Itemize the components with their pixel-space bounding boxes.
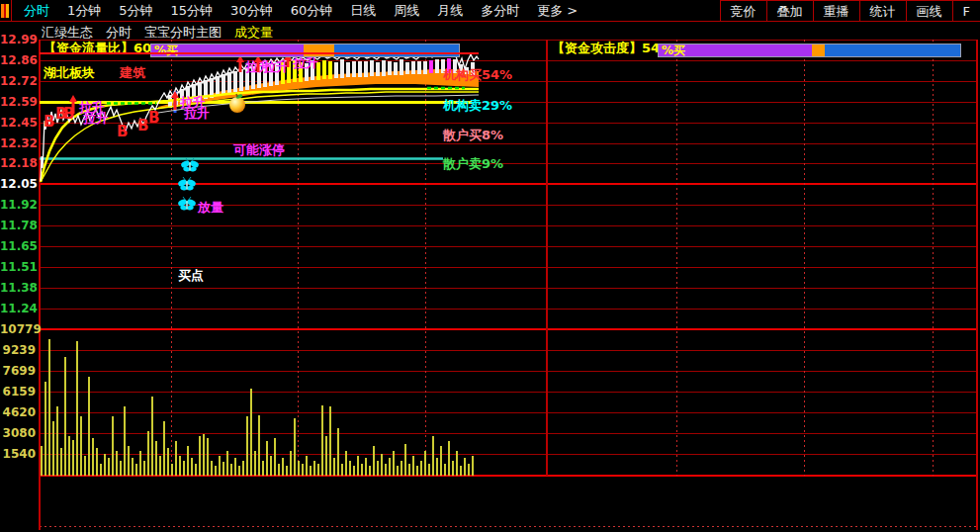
axis-label: 3080 (0, 426, 36, 440)
axis-label: 12.72 (0, 74, 36, 88)
axis-label: 1540 (0, 447, 36, 461)
gauge-segment (825, 44, 960, 56)
fund-attack-gauge: %买 (658, 44, 961, 57)
tab-8[interactable]: 月线 (437, 2, 463, 20)
axis-label: 12.59 (0, 95, 36, 109)
tab-7[interactable]: 周线 (394, 2, 419, 20)
app-icon (1, 4, 9, 18)
action-3[interactable]: 统计 (859, 1, 906, 22)
axis-label: 12.99 (0, 33, 36, 46)
action-5[interactable]: F (952, 1, 980, 22)
tab-6[interactable]: 日线 (350, 2, 376, 20)
limit-price-line (40, 52, 479, 54)
tab-1[interactable]: 1分钟 (67, 2, 101, 20)
axis-label: 12.32 (0, 136, 36, 150)
axis-label: 4620 (0, 405, 36, 419)
gauge-segment (334, 44, 459, 56)
fund-attack-title: 【资金攻击度】 (552, 41, 642, 55)
tab-5[interactable]: 60分钟 (291, 2, 333, 20)
axis-label: 9239 (0, 343, 36, 357)
period-toolbar: 分时1分钟5分钟15分钟30分钟60分钟日线周线月线多分时更多 > 竞价叠加重播… (0, 0, 980, 22)
action-2[interactable]: 重播 (813, 1, 859, 22)
axis-label: 11.24 (0, 302, 36, 315)
action-1[interactable]: 叠加 (766, 1, 813, 22)
tab-9[interactable]: 多分时 (481, 2, 519, 20)
gauge-segment (812, 44, 825, 56)
axis-label: 6159 (0, 385, 36, 399)
axis-label: 11.92 (0, 198, 36, 212)
tab-3[interactable]: 15分钟 (171, 2, 214, 20)
fund-attack-suffix: %买 (662, 43, 685, 59)
axis-label: 12.86 (0, 53, 36, 67)
action-4[interactable]: 画线 (906, 1, 952, 22)
tab-10[interactable]: 更多 > (537, 2, 578, 20)
chart-area[interactable] (40, 40, 977, 526)
app-window: 分时1分钟5分钟15分钟30分钟60分钟日线周线月线多分时更多 > 竞价叠加重播… (0, 0, 980, 532)
axis-label: 7699 (0, 364, 36, 378)
axis-label: 11.78 (0, 219, 36, 232)
axis-label: 11.38 (0, 281, 36, 295)
tab-0[interactable]: 分时 (24, 2, 49, 20)
period-tabs: 分时1分钟5分钟15分钟30分钟60分钟日线周线月线多分时更多 > (15, 2, 586, 20)
axis-label: 11.65 (0, 239, 36, 253)
axis-label: 12.05 (0, 177, 36, 191)
fund-flow-suffix: %买 (154, 43, 178, 59)
axis-label: 11.51 (0, 260, 36, 274)
gauge-segment (304, 44, 334, 56)
tab-4[interactable]: 30分钟 (230, 2, 273, 20)
axis-label: 12.45 (0, 116, 36, 130)
toolbar-divider (11, 0, 12, 22)
tab-2[interactable]: 5分钟 (119, 2, 152, 20)
action-0[interactable]: 竞价 (720, 1, 766, 22)
fund-flow-gauge: %买 (150, 44, 460, 57)
axis-label: 10779 (0, 322, 36, 336)
axis-label: 12.18 (0, 156, 36, 170)
toolbar-actions: 竞价叠加重播统计画线F (720, 0, 980, 22)
